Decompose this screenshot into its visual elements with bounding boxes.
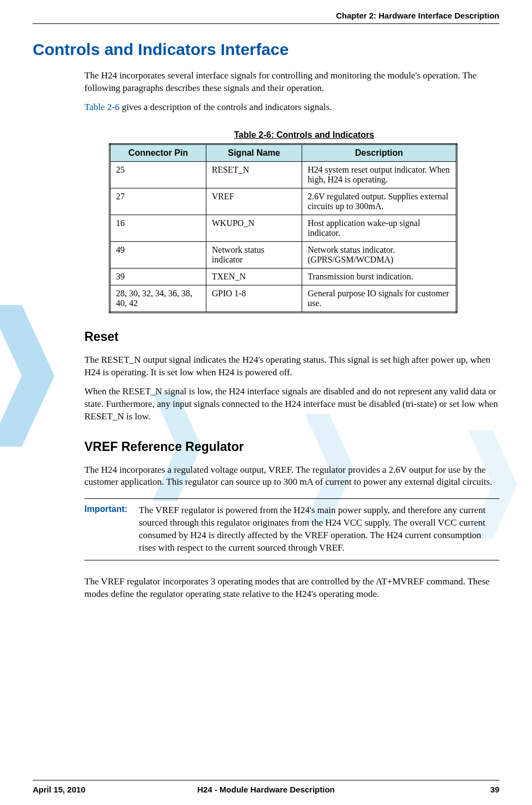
cell-signal: TXEN_N [206, 268, 302, 285]
cell-signal: Network status indicator [206, 241, 302, 268]
footer-date: April 15, 2010 [33, 785, 85, 794]
cell-signal: RESET_N [206, 161, 302, 188]
cell-pin: 27 [110, 188, 206, 215]
cell-desc: Host application wake-up signal indicato… [302, 215, 457, 241]
reset-heading: Reset [84, 330, 499, 344]
cell-signal: GPIO 1-8 [206, 285, 302, 312]
intro-paragraph-1: The H24 incorporates several interface s… [84, 70, 499, 95]
page-header: Chapter 2: Hardware Interface Descriptio… [33, 11, 499, 24]
important-label: Important: [84, 504, 139, 554]
table-caption: Table 2-6: Controls and Indicators [109, 130, 499, 140]
important-text: The VREF regulator is powered from the H… [139, 504, 499, 554]
cell-pin: 25 [110, 161, 206, 188]
cell-desc: 2.6V regulated output. Supplies external… [302, 188, 457, 215]
table-header-row: Connector Pin Signal Name Description [110, 144, 457, 161]
vref-heading: VREF Reference Regulator [84, 440, 499, 454]
intro-paragraph-2: Table 2-6 gives a description of the con… [84, 101, 499, 114]
cell-pin: 28, 30, 32, 34, 36, 38, 40, 42 [110, 285, 206, 312]
footer-page-number: 39 [490, 785, 499, 794]
table-row: 39 TXEN_N Transmission burst indication. [110, 268, 457, 285]
footer-title: H24 - Module Hardware Description [33, 785, 499, 794]
reset-paragraph-2: When the RESET_N signal is low, the H24 … [84, 386, 499, 423]
controls-indicators-table: Connector Pin Signal Name Description 25… [109, 143, 457, 313]
cell-pin: 39 [110, 268, 206, 285]
cell-pin: 16 [110, 215, 206, 241]
cell-pin: 49 [110, 241, 206, 268]
table-row: 16 WKUPO_N Host application wake-up sign… [110, 215, 457, 241]
cell-desc: General purpose IO signals for customer … [302, 285, 457, 312]
table-header-pin: Connector Pin [110, 144, 206, 161]
table-row: 28, 30, 32, 34, 36, 38, 40, 42 GPIO 1-8 … [110, 285, 457, 312]
reset-paragraph-1: The RESET_N output signal indicates the … [84, 354, 499, 379]
vref-paragraph-2: The VREF regulator incorporates 3 operat… [84, 576, 499, 601]
important-note: Important: The VREF regulator is powered… [84, 498, 499, 560]
cell-signal: VREF [206, 188, 302, 215]
table-row: 49 Network status indicator Network stat… [110, 241, 457, 268]
cell-desc: Transmission burst indication. [302, 268, 457, 285]
table-header-signal: Signal Name [206, 144, 302, 161]
cell-desc: H24 system reset output indicator. When … [302, 161, 457, 188]
table-row: 27 VREF 2.6V regulated output. Supplies … [110, 188, 457, 215]
table-row: 25 RESET_N H24 system reset output indic… [110, 161, 457, 188]
cell-desc: Network status indicator. (GPRS/GSM/WCDM… [302, 241, 457, 268]
section-title: Controls and Indicators Interface [33, 40, 499, 59]
table-reference-link[interactable]: Table 2-6 [84, 102, 119, 112]
cell-signal: WKUPO_N [206, 215, 302, 241]
intro-paragraph-2-rest: gives a description of the controls and … [119, 102, 332, 112]
page-footer: April 15, 2010 H24 - Module Hardware Des… [33, 780, 499, 794]
vref-paragraph-1: The H24 incorporates a regulated voltage… [84, 464, 499, 489]
table-header-desc: Description [302, 144, 457, 161]
